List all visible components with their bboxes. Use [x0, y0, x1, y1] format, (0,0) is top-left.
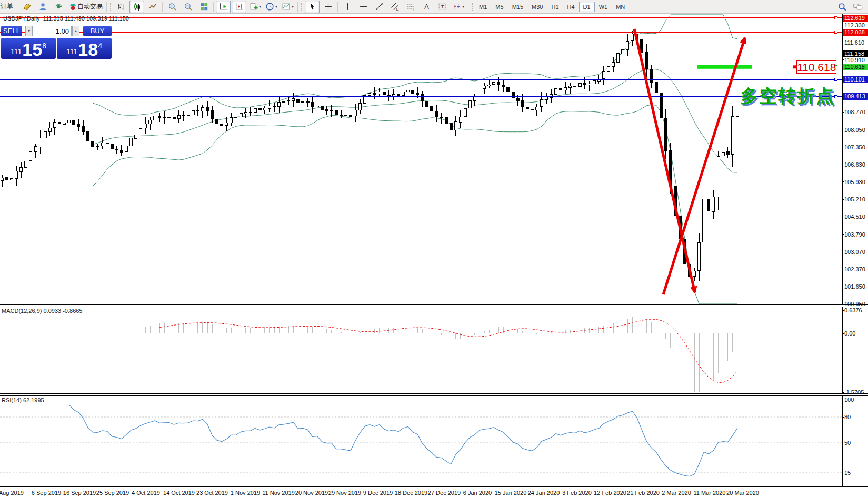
date-label: 20 Nov 2019 [295, 490, 328, 496]
buy-price-handle: 111 [66, 47, 77, 56]
date-label: 25 Sep 2019 [96, 490, 129, 496]
sell-price-handle: 111 [11, 47, 22, 56]
pane-separator[interactable] [0, 304, 868, 307]
buy-button[interactable]: BUY [83, 26, 112, 36]
chinese-annotation[interactable]: 多空转折点 [740, 84, 835, 108]
price-axis-label: 105.210 [844, 196, 867, 202]
macd-signal-line [159, 319, 737, 383]
price-axis-label: 108.050 [844, 127, 867, 133]
date-label: 1 Nov 2019 [231, 490, 260, 496]
price-axis-label: 101.650 [844, 283, 867, 290]
buy-price-main: 18 [78, 42, 98, 57]
buy-price-pip: 4 [98, 42, 102, 50]
rsi-axis-label: 15 [844, 470, 867, 476]
date-label: 4 Oct 2019 [132, 490, 160, 496]
date-label: 29 Nov 2019 [328, 490, 361, 496]
price-tag-green: 110.618 [843, 64, 868, 70]
rsi-axis-label: 100 [844, 397, 867, 403]
date-label: 3 Feb 2020 [562, 490, 592, 496]
macd-axis-label: -1.5705 [844, 389, 867, 395]
date-label: 2 Mar 2020 [662, 490, 691, 496]
date-label: 9 Dec 2019 [363, 490, 393, 496]
sell-price-pip: 8 [42, 42, 46, 50]
price-tag-blue: 109.413 [843, 93, 868, 100]
sell-price-display[interactable]: 111 15 8 [1, 38, 56, 59]
price-axis-label: 112.330 [844, 22, 867, 28]
date-label: 12 Feb 2020 [594, 490, 626, 496]
macd-axis-label: 0.00 [844, 330, 867, 337]
price-tag-blue: 110.101 [843, 76, 868, 83]
price-axis-label: 104.510 [844, 214, 867, 220]
macd-axis-label: 0.6376 [844, 307, 867, 313]
rsi-gridlines [0, 417, 842, 473]
price-axis-label: 105.930 [844, 179, 867, 185]
price-tag-red: 112.619 [843, 15, 868, 22]
price-tag-black: 111.158 [843, 50, 868, 57]
horizontal-level-lines[interactable] [0, 17, 842, 98]
price-level-label[interactable]: 110.618 [796, 60, 836, 74]
date-label: 11 Nov 2019 [262, 490, 295, 496]
price-axis-label: 103.790 [844, 231, 867, 238]
rsi-axis-label: 80 [844, 414, 867, 420]
price-axis-label: 106.630 [844, 161, 867, 168]
one-click-trade-panel: SELL ▼ ▲ BUY 111 15 8 111 18 4 [1, 24, 114, 59]
price-axis-label: 102.370 [844, 266, 867, 272]
pane-separator [0, 486, 868, 489]
sell-button[interactable]: SELL [1, 26, 22, 36]
date-label: 6 Jan 2020 [463, 490, 492, 496]
date-label: 20 Mar 2020 [726, 490, 759, 496]
volume-increase-button[interactable]: ▲ [72, 26, 79, 36]
buy-price-display[interactable]: 111 18 4 [57, 38, 112, 59]
date-label: 27 Dec 2019 [428, 490, 461, 496]
price-axis-label: 100.950 [844, 301, 867, 307]
rsi-line [69, 405, 737, 476]
price-axis-label: 111.610 [844, 39, 867, 46]
date-label: 28 Aug 2019 [0, 490, 24, 496]
volume-input[interactable] [33, 26, 72, 36]
price-axis-label: 107.350 [844, 144, 867, 150]
date-label: 21 Feb 2020 [627, 490, 660, 496]
date-label: 14 Oct 2019 [163, 490, 195, 496]
macd-histogram [126, 316, 737, 392]
pane-separator[interactable] [0, 393, 868, 396]
date-label: 16 Sep 2019 [63, 490, 96, 496]
volume-decrease-button[interactable]: ▼ [25, 26, 33, 36]
rsi-axis-label: 50 [844, 440, 867, 446]
date-label: 23 Oct 2019 [196, 490, 228, 496]
price-tag-red: 112.038 [843, 29, 868, 36]
date-label: 11 Mar 2020 [694, 490, 726, 496]
candlesticks [1, 28, 739, 282]
price-axis-label: 103.070 [844, 249, 867, 255]
price-chart-svg[interactable] [0, 0, 868, 498]
date-label: 18 Dec 2019 [395, 490, 427, 496]
macd-indicator-label: MACD(12,26,9) 0.0933 -0.8665 [2, 308, 82, 314]
date-label: 24 Jan 2020 [528, 490, 560, 496]
sell-price-main: 15 [22, 42, 42, 57]
price-axis-label: 108.770 [844, 109, 867, 115]
highlight-bar-annotation[interactable] [697, 65, 752, 69]
price-axis-label: 110.910 [844, 57, 867, 63]
mt4-window: 新订单自动交易▾▾▾EFAT▾M1M5M15M30H1H4D1W1MN USDJ… [0, 0, 868, 498]
rsi-indicator-label: RSI(14) 62.1995 [2, 397, 44, 403]
date-label: 6 Sep 2019 [32, 490, 61, 496]
date-label: 15 Jan 2020 [495, 490, 527, 496]
chart-title: USDJPY,Daily 111.315 111.490 109.319 111… [3, 15, 129, 22]
